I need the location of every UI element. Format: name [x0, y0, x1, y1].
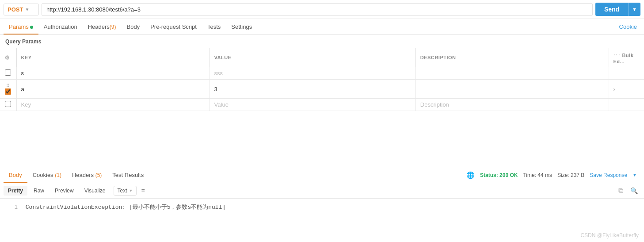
globe-icon: 🌐 — [466, 171, 475, 179]
params-dot — [30, 26, 33, 29]
response-tab-body[interactable]: Body — [4, 167, 27, 183]
row2-key-cell[interactable] — [16, 80, 210, 99]
row1-key-input[interactable] — [21, 70, 205, 77]
row2-value-cell[interactable] — [210, 80, 415, 99]
new-param-row — [0, 99, 644, 111]
response-line-1: ConstraintViolationException: [最小不能小于5，参… — [26, 204, 225, 211]
row2-value-input[interactable] — [214, 86, 411, 92]
tab-prerequest[interactable]: Pre-request Script — [145, 19, 202, 35]
response-size: Size: 237 B — [557, 172, 584, 178]
response-tab-headers[interactable]: Headers (5) — [67, 167, 107, 183]
tab-tests[interactable]: Tests — [202, 19, 226, 35]
search-button[interactable]: 🔍 — [628, 186, 640, 195]
th-checkbox: ⚙ — [0, 48, 16, 67]
params-table: ⚙ KEY VALUE DESCRIPTION ··· Bulk Ed... — [0, 48, 644, 111]
response-section: Body Cookies (1) Headers (5) Test Result… — [0, 167, 644, 242]
copy-button[interactable]: ⧉ — [616, 186, 626, 196]
response-tab-cookies[interactable]: Cookies (1) — [27, 167, 67, 183]
response-status: Status: 200 OK — [480, 172, 518, 178]
row1-checkbox-cell[interactable] — [0, 67, 16, 80]
method-select[interactable]: POST ▼ — [4, 4, 39, 15]
response-meta: 🌐 Status: 200 OK Time: 44 ms Size: 237 B… — [466, 171, 640, 179]
send-btn-group: Send ▼ — [595, 3, 640, 16]
row1-value-input[interactable] — [214, 70, 411, 77]
top-bar: POST ▼ Send ▼ — [0, 0, 644, 19]
method-label: POST — [8, 6, 23, 13]
row2-actions-cell: › — [609, 80, 644, 99]
tab-headers[interactable]: Headers(9) — [83, 19, 122, 35]
send-dropdown-button[interactable]: ▼ — [628, 3, 640, 16]
format-type-select[interactable]: Text ▼ — [114, 186, 137, 196]
th-bulk-edit: ··· Bulk Ed... — [609, 48, 644, 67]
format-tab-visualize[interactable]: Visualize — [80, 186, 110, 196]
new-row-actions — [609, 99, 644, 111]
row-drag-handle-icon: › — [614, 86, 615, 92]
new-row-key-input[interactable] — [21, 101, 205, 108]
line-number: 1 — [7, 204, 18, 211]
wrap-lines-icon[interactable]: ≡ — [141, 187, 145, 194]
new-row-key-cell[interactable] — [16, 99, 210, 111]
row2-desc-cell[interactable] — [415, 80, 609, 99]
th-value: VALUE — [210, 48, 415, 67]
tab-params[interactable]: Params — [4, 19, 38, 35]
response-time: Time: 44 ms — [523, 172, 552, 178]
format-type-chevron-icon: ▼ — [129, 188, 133, 193]
row1-actions-cell — [609, 67, 644, 80]
table-row — [0, 67, 644, 80]
format-type-label: Text — [118, 188, 127, 194]
url-input[interactable] — [42, 3, 593, 16]
response-body-toolbar: Pretty Raw Preview Visualize Text ▼ ≡ ⧉ … — [0, 183, 644, 199]
dots-menu-button[interactable]: ··· — [614, 51, 621, 59]
row1-checkbox[interactable] — [5, 69, 11, 76]
response-content: 1 ConstraintViolationException: [最小不能小于5… — [0, 199, 644, 215]
cookie-link[interactable]: Cookie — [616, 19, 640, 35]
format-tab-raw[interactable]: Raw — [29, 186, 49, 196]
headers-badge: (5) — [95, 172, 102, 178]
new-row-checkbox[interactable] — [5, 101, 11, 107]
save-response-arrow-icon: ▼ — [633, 173, 637, 177]
request-tabs-row: Params Authorization Headers(9) Body Pre… — [0, 19, 644, 35]
new-row-value-input[interactable] — [214, 101, 411, 108]
row1-value-cell[interactable] — [210, 67, 415, 80]
format-tab-pretty[interactable]: Pretty — [4, 186, 27, 196]
method-chevron-icon: ▼ — [25, 7, 29, 12]
save-response-link[interactable]: Save Response — [590, 172, 627, 178]
new-row-desc-input[interactable] — [420, 101, 604, 108]
th-description: DESCRIPTION — [415, 48, 609, 67]
row2-desc-input[interactable] — [420, 86, 604, 92]
filter-icon: ⚙ — [4, 54, 10, 61]
row2-checkbox-cell[interactable]: ⠿ — [0, 80, 16, 99]
query-params-header: Query Params — [0, 35, 644, 48]
new-row-desc-cell[interactable] — [415, 99, 609, 111]
page-wrapper: POST ▼ Send ▼ Params Authorization Heade… — [0, 0, 644, 242]
tab-settings[interactable]: Settings — [226, 19, 257, 35]
response-tabs-row: Body Cookies (1) Headers (5) Test Result… — [0, 167, 644, 183]
response-tab-test-results[interactable]: Test Results — [107, 167, 149, 183]
th-key: KEY — [16, 48, 210, 67]
watermark: CSDN @FlyLikeButterfly — [580, 232, 639, 238]
row2-checkbox[interactable] — [5, 88, 11, 95]
row1-desc-input[interactable] — [420, 70, 604, 77]
tab-body[interactable]: Body — [122, 19, 145, 35]
cookies-badge: (1) — [55, 172, 61, 178]
send-button[interactable]: Send — [595, 3, 628, 16]
row1-key-cell[interactable] — [16, 67, 210, 80]
format-tab-preview[interactable]: Preview — [50, 186, 78, 196]
new-row-value-cell[interactable] — [210, 99, 415, 111]
tab-authorization[interactable]: Authorization — [38, 19, 83, 35]
row2-key-input[interactable] — [21, 86, 205, 92]
table-row: ⠿ › — [0, 80, 644, 99]
row-handle-icon: ⠿ — [6, 83, 9, 88]
new-row-checkbox-cell[interactable] — [0, 99, 16, 111]
row1-desc-cell[interactable] — [415, 67, 609, 80]
